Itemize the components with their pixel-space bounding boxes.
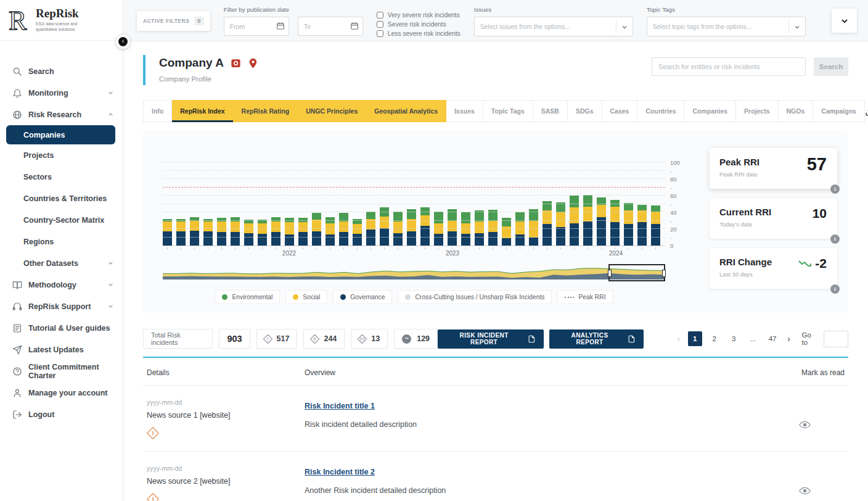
page-1[interactable]: 1 — [688, 331, 702, 346]
legend-social[interactable]: Social — [285, 290, 327, 304]
tab-ngos[interactable]: NGOs — [779, 100, 814, 122]
checkbox-severe-risk-incidents[interactable]: Severe risk incidents — [377, 21, 461, 28]
risk-incident-report-button[interactable]: RISK INCIDENT REPORT — [438, 329, 544, 349]
tab-geospatial-analytics[interactable]: Geospatial Analytics — [366, 100, 446, 122]
book-icon — [12, 280, 22, 290]
chevron-down-icon — [621, 23, 628, 31]
page-ellipsis: ... — [746, 331, 760, 346]
bar-segment-social — [203, 222, 213, 231]
incident-title-link[interactable]: Risk Incident title 2 — [305, 465, 375, 476]
goto-page-input[interactable] — [824, 331, 848, 347]
active-filters-count-badge: 0 — [194, 17, 204, 25]
tab-cases[interactable]: Cases — [602, 100, 638, 122]
bar-segment-governance — [353, 234, 362, 246]
download-icon[interactable] — [865, 106, 868, 117]
info-icon[interactable]: i — [830, 284, 840, 294]
page-2[interactable]: 2 — [707, 331, 721, 346]
bar-segment-governance — [475, 233, 484, 246]
tab-campaigns[interactable]: Campaigns — [813, 100, 865, 122]
topic-tags-select[interactable]: Select topic tags from the options... — [647, 17, 806, 36]
legend-peak-rri[interactable]: Peak RRI — [557, 290, 613, 304]
rri-bar — [298, 218, 308, 246]
chart-navigator — [163, 266, 665, 279]
info-icon[interactable]: i — [830, 184, 840, 194]
reprisk-index-panel: 020406080100----- 202220232024 Environme… — [143, 131, 848, 313]
checkbox-input[interactable] — [377, 21, 383, 28]
sidebar-item-methodology[interactable]: Methodology — [0, 274, 123, 296]
severity-2-diamond-icon: !! — [310, 334, 320, 344]
page-3[interactable]: 3 — [726, 331, 740, 346]
bar-segment-governance — [339, 232, 348, 246]
tab-companies[interactable]: Companies — [684, 100, 736, 122]
rri-bar — [339, 213, 348, 246]
rri-bar — [637, 205, 647, 246]
bar-segment-social — [407, 219, 416, 231]
y-tick-minor: - — [670, 234, 672, 241]
previous-page-icon[interactable]: ‹ — [674, 334, 683, 344]
tab-reprisk-index[interactable]: RepRisk Index — [172, 100, 233, 122]
sidebar-item-companies[interactable]: Companies — [6, 125, 115, 144]
sidebar-collapse-button[interactable]: ‹ — [116, 35, 130, 49]
tab-topic-tags[interactable]: Topic Tags — [483, 100, 533, 122]
legend-governance[interactable]: Governance — [333, 290, 392, 304]
company-badge-icon[interactable] — [231, 58, 241, 68]
tab-ungc-principles[interactable]: UNGC Principles — [298, 100, 366, 122]
search-button[interactable]: Search — [814, 57, 848, 76]
legend-cross-cutting-issues-unsharp-risk-incidents[interactable]: Cross-Cutting Issues / Unsharp Risk Inci… — [398, 290, 552, 304]
bar-segment-environmental — [271, 217, 280, 222]
eye-icon[interactable] — [799, 487, 811, 495]
severity-1-diamond-icon: ! — [263, 334, 272, 344]
tab-sdgs[interactable]: SDGs — [568, 100, 602, 122]
active-filters-button[interactable]: ACTIVE FILTERS 0 — [137, 11, 210, 31]
bar-segment-social — [597, 205, 606, 217]
tab-info[interactable]: Info — [143, 100, 172, 122]
sidebar-item-logout[interactable]: Logout — [0, 404, 123, 425]
entity-search-input[interactable] — [652, 57, 806, 76]
checkbox-very-severe-risk-incidents[interactable]: Very severe risk incidents — [377, 12, 461, 19]
sidebar-item-search[interactable]: Search — [0, 60, 123, 82]
analytics-report-button[interactable]: ANALYTICS REPORT — [549, 329, 644, 349]
page-subtitle: Company Profile — [159, 75, 258, 83]
bar-segment-social — [217, 222, 226, 233]
incident-title-link[interactable]: Risk Incident title 1 — [305, 399, 375, 410]
issues-select[interactable]: Select issues from the options... — [474, 17, 633, 36]
legend-environmental[interactable]: Environmental — [215, 290, 280, 304]
checkbox-input[interactable] — [377, 30, 383, 37]
bar-segment-social — [488, 221, 497, 233]
navigator-brush[interactable] — [608, 264, 665, 281]
tab-issues[interactable]: Issues — [446, 100, 483, 122]
tab-sasb[interactable]: SASB — [533, 100, 568, 122]
collapse-filters-button[interactable] — [832, 9, 857, 33]
sidebar-item-other-datasets[interactable]: Other Datasets — [0, 252, 123, 274]
bar-segment-environmental — [529, 209, 538, 221]
bar-segment-governance — [231, 232, 240, 246]
location-pin-icon[interactable] — [248, 58, 258, 68]
rri-bar — [217, 218, 226, 246]
y-tick-label: 60 — [670, 193, 677, 199]
checkbox-input[interactable] — [377, 12, 383, 19]
sidebar-item-latest-updates[interactable]: Latest Updates — [0, 339, 123, 360]
eye-icon[interactable] — [799, 421, 811, 429]
sidebar-item-projects[interactable]: Projects — [0, 144, 123, 166]
bar-segment-social — [312, 220, 321, 231]
checkbox-less-severe-risk-incidents[interactable]: Less severe risk incidents — [377, 30, 461, 37]
info-icon[interactable]: i — [830, 234, 840, 244]
tab-countries[interactable]: Countries — [637, 100, 684, 122]
next-page-icon[interactable]: › — [785, 334, 793, 344]
sidebar-item-risk-research[interactable]: Risk Research — [0, 104, 123, 125]
sidebar-item-manage-your-account[interactable]: Manage your account — [0, 382, 123, 404]
sidebar-item-regions[interactable]: Regions — [0, 231, 123, 252]
sidebar-item-countries-territories[interactable]: Countries & Territories — [0, 188, 123, 209]
sidebar-item-tutorial-user-guides[interactable]: Tutorial & User guides — [0, 317, 123, 339]
sidebar-item-client-commitment-charter[interactable]: Client Commitment Charter — [0, 360, 123, 382]
tab-reprisk-rating[interactable]: RepRisk Rating — [234, 100, 298, 122]
sidebar-item-sectors[interactable]: Sectors — [0, 166, 123, 188]
sidebar-item-reprisk-support[interactable]: RepRisk Support — [0, 296, 123, 317]
tab-projects[interactable]: Projects — [736, 100, 778, 122]
sidebar-item-country-sector-matrix[interactable]: Country-Sector Matrix — [0, 209, 123, 231]
page-47[interactable]: 47 — [765, 331, 779, 346]
bar-segment-governance — [217, 232, 226, 246]
bar-segment-social — [624, 210, 633, 224]
column-header-overview: Overview — [305, 368, 764, 377]
sidebar-item-monitoring[interactable]: Monitoring — [0, 82, 123, 104]
